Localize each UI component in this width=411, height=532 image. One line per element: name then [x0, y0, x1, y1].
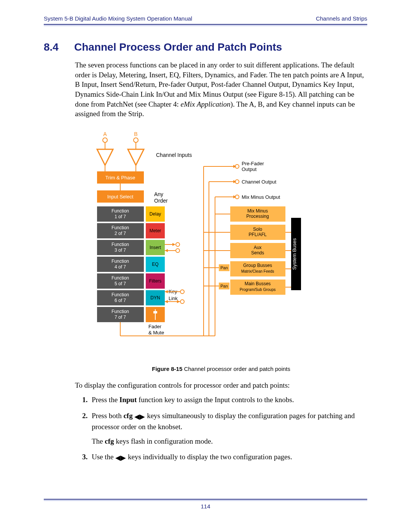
- filters-label: Filters: [149, 278, 162, 284]
- svg-point-27: [176, 249, 180, 252]
- input-b-node: [134, 138, 138, 142]
- steps-list: Press the Input function key to assign t…: [89, 395, 367, 463]
- svg-marker-26: [165, 249, 168, 252]
- svg-marker-33: [165, 300, 168, 303]
- header-right: Channels and Strips: [316, 15, 367, 22]
- steps-intro: To display the configuration controls fo…: [75, 380, 367, 390]
- meter-label: Meter: [150, 228, 161, 233]
- intro-paragraph: The seven process functions can be place…: [75, 60, 367, 119]
- svg-text:Main Busses: Main Busses: [245, 281, 271, 286]
- input-b-label: B: [134, 131, 137, 137]
- input-a-node: [103, 138, 107, 142]
- amp-a-icon: [97, 149, 113, 165]
- step-3: Use the ◀▶ keys individually to display …: [89, 452, 367, 463]
- system-buses-label: System Buses: [292, 238, 297, 270]
- insert-label: Insert: [150, 245, 161, 250]
- svg-marker-23: [172, 243, 175, 246]
- figure-caption: Figure 8-15 Channel processor order and …: [75, 366, 367, 372]
- eq-label: EQ: [152, 262, 158, 267]
- page-number: 114: [44, 503, 367, 510]
- svg-text:Pan: Pan: [220, 265, 228, 270]
- link-label: Link: [169, 296, 178, 301]
- function-column: Function1 of 7 Function2 of 7 Function3 …: [97, 206, 144, 322]
- figure-label: Figure 8-15: [152, 366, 182, 372]
- svg-marker-34: [177, 300, 180, 303]
- header-rule: [44, 24, 367, 26]
- delay-label: Delay: [150, 211, 161, 217]
- svg-text:Program/Sub Groups: Program/Sub Groups: [240, 288, 276, 292]
- dyn-label: DYN: [150, 295, 160, 300]
- figure-caption-text: Channel processor order and patch points: [182, 366, 290, 372]
- channel-output-label: Channel Output: [242, 179, 276, 185]
- svg-point-28: [180, 290, 184, 294]
- header-left: System 5-B Digital Audio Mixing System O…: [44, 15, 192, 22]
- diagram: A B Channel Inputs Trim & Phase Input Se…: [89, 130, 333, 360]
- svg-rect-21: [153, 311, 157, 313]
- fader-mute-label: Fader& Mute: [148, 324, 164, 335]
- amp-b-icon: [128, 149, 144, 165]
- left-right-arrows-icon: ◀▶: [115, 454, 126, 462]
- trim-phase-label: Trim & Phase: [105, 175, 135, 181]
- section-heading: 8.4Channel Process Order and Patch Point…: [44, 41, 367, 53]
- svg-text:Pan: Pan: [220, 284, 228, 288]
- left-right-arrows-icon: ◀▶: [134, 413, 145, 420]
- svg-text:Group Busses: Group Busses: [243, 263, 272, 268]
- input-a-label: A: [103, 131, 107, 137]
- svg-point-24: [176, 243, 180, 246]
- mixminus-output-label: Mix Minus Output: [242, 194, 280, 200]
- svg-point-31: [180, 300, 184, 304]
- step-2: Press both cfg ◀▶ keys simultaneously to…: [89, 411, 367, 446]
- section-number: 8.4: [44, 41, 74, 53]
- intro-text-italic: eMix Application: [181, 100, 231, 108]
- svg-marker-30: [165, 290, 168, 293]
- prefader-label: Pre-FaderOutput: [242, 161, 264, 172]
- svg-text:Matrix/Clean Feeds: Matrix/Clean Feeds: [241, 269, 274, 273]
- svg-text:Mix MinusProcessing: Mix MinusProcessing: [246, 208, 269, 219]
- channel-inputs-label: Channel Inputs: [156, 152, 192, 158]
- section-title-text: Channel Process Order and Patch Points: [74, 41, 282, 53]
- step-1: Press the Input function key to assign t…: [89, 395, 367, 405]
- input-select-label: Input Select: [107, 194, 134, 200]
- any-order-label: AnyOrder: [154, 191, 168, 204]
- page-footer: 114: [44, 499, 367, 510]
